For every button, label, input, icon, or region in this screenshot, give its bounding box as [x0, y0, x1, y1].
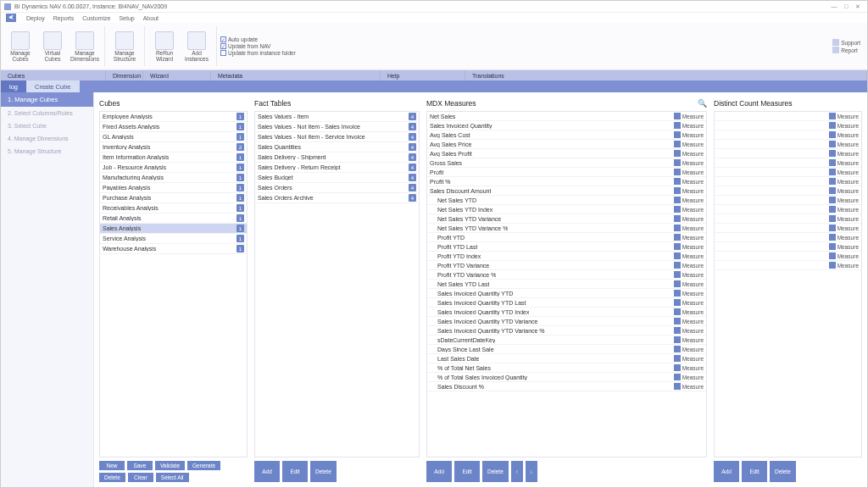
- list-item[interactable]: Sales Delivery - Shipment4: [255, 152, 419, 163]
- list-item[interactable]: Measure: [715, 224, 861, 233]
- action-button[interactable]: Edit: [282, 461, 308, 482]
- action-button[interactable]: New: [99, 461, 125, 470]
- sidebar-item[interactable]: 2. Select Columns/Roles: [1, 107, 93, 119]
- action-button[interactable]: Delete: [310, 461, 337, 482]
- action-button[interactable]: ↑: [511, 461, 523, 482]
- sidebar-item[interactable]: 3. Select Cube: [1, 119, 93, 132]
- crumb-create[interactable]: Create Cube: [26, 80, 80, 92]
- list-item[interactable]: Avg Sales ProfitMeasure: [427, 149, 706, 158]
- ribbon-rerun-wizard[interactable]: ReRun Wizard: [150, 31, 179, 62]
- action-button[interactable]: ↓: [526, 461, 537, 482]
- ribbon-report[interactable]: Report: [832, 47, 860, 53]
- list-item[interactable]: Sales Discount %Measure: [427, 382, 706, 391]
- list-item[interactable]: Avg Sales CostMeasure: [427, 130, 706, 140]
- action-button[interactable]: Select All: [156, 473, 189, 482]
- list-item[interactable]: Measure: [715, 121, 861, 130]
- sidebar-item[interactable]: 4. Manage Dimensions: [1, 132, 93, 145]
- list-item[interactable]: Measure: [715, 177, 861, 186]
- list-item[interactable]: Retail Analysis1: [100, 214, 247, 224]
- list-item[interactable]: Measure: [715, 112, 861, 121]
- list-item[interactable]: Sales Invoiced Quantity YTD VarianceMeas…: [427, 317, 706, 326]
- list-item[interactable]: Measure: [715, 168, 861, 177]
- list-item[interactable]: Last Sales DateMeasure: [427, 354, 706, 363]
- action-button[interactable]: Edit: [742, 461, 767, 482]
- menu-about[interactable]: About: [143, 15, 159, 21]
- list-fact[interactable]: Sales Values - Item4Sales Values - Not I…: [254, 111, 420, 458]
- list-item[interactable]: Inventory Analysis2: [100, 142, 247, 152]
- list-item[interactable]: % of Total Net SalesMeasure: [427, 363, 706, 373]
- menu-customize[interactable]: Customize: [82, 15, 110, 21]
- list-item[interactable]: Profit YTD Variance %Measure: [427, 270, 706, 280]
- search-icon[interactable]: 🔍: [698, 99, 707, 108]
- close-button[interactable]: ✕: [852, 3, 864, 10]
- list-item[interactable]: Net Sales YTDMeasure: [427, 196, 706, 205]
- minimize-button[interactable]: —: [828, 3, 840, 9]
- ribbon-manage-cubes[interactable]: Manage Cubes: [6, 31, 35, 62]
- list-item[interactable]: Fixed Assets Analysis1: [100, 122, 247, 132]
- list-item[interactable]: Employee Analysis1: [100, 112, 247, 122]
- list-item[interactable]: Item Information Analysis1: [100, 152, 247, 163]
- list-item[interactable]: Sales Invoiced Quantity YTD IndexMeasure: [427, 308, 706, 317]
- list-item[interactable]: Measure: [715, 158, 861, 168]
- list-item[interactable]: Measure: [715, 196, 861, 205]
- list-item[interactable]: Sales Quantities4: [255, 142, 419, 152]
- list-item[interactable]: ProfitMeasure: [427, 168, 706, 177]
- list-item[interactable]: Sales Invoiced Quantity YTD Variance %Me…: [427, 326, 706, 336]
- list-item[interactable]: GL Analysis1: [100, 132, 247, 142]
- list-item[interactable]: Measure: [715, 140, 861, 149]
- list-item[interactable]: Measure: [715, 214, 861, 224]
- action-button[interactable]: Delete: [99, 473, 125, 482]
- list-item[interactable]: Sales Invoiced QuantityMeasure: [427, 121, 706, 130]
- menu-reports[interactable]: Reports: [53, 15, 75, 21]
- list-item[interactable]: Sales Discount AmountMeasure: [427, 186, 706, 196]
- list-item[interactable]: Profit YTDMeasure: [427, 233, 706, 242]
- list-item[interactable]: Sales Delivery - Return Receipt4: [255, 163, 419, 173]
- crumb-log[interactable]: log: [1, 80, 26, 92]
- action-button[interactable]: Add: [714, 461, 739, 482]
- list-item[interactable]: sDateCurrentDateKeyMeasure: [427, 336, 706, 345]
- list-item[interactable]: Net SalesMeasure: [427, 112, 706, 121]
- list-item[interactable]: Measure: [715, 186, 861, 196]
- list-item[interactable]: Sales Orders4: [255, 183, 419, 193]
- list-item[interactable]: Manufacturing Analysis1: [100, 173, 247, 183]
- ribbon-add-instances[interactable]: Add Instances: [182, 31, 211, 62]
- list-item[interactable]: Sales Values - Not Item - Service Invoic…: [255, 132, 419, 142]
- list-item[interactable]: Avg Sales PriceMeasure: [427, 140, 706, 149]
- list-item[interactable]: Measure: [715, 130, 861, 140]
- list-cubes[interactable]: Employee Analysis1Fixed Assets Analysis1…: [99, 111, 248, 458]
- list-item[interactable]: Measure: [715, 233, 861, 242]
- action-button[interactable]: Add: [254, 461, 280, 482]
- list-item[interactable]: Days Since Last SaleMeasure: [427, 345, 706, 354]
- action-button[interactable]: Clear: [128, 473, 153, 482]
- action-button[interactable]: Save: [127, 461, 153, 470]
- sidebar-item[interactable]: 1. Manage Cubes: [1, 92, 93, 107]
- list-item[interactable]: Measure: [715, 205, 861, 214]
- list-item[interactable]: Sales Orders Archive4: [255, 193, 419, 203]
- list-mdx[interactable]: Net SalesMeasureSales Invoiced QuantityM…: [426, 111, 707, 458]
- list-item[interactable]: Job - Resource Analysis1: [100, 163, 247, 173]
- list-item[interactable]: Measure: [715, 252, 861, 261]
- list-item[interactable]: Net Sales YTD VarianceMeasure: [427, 214, 706, 224]
- action-button[interactable]: Validate: [155, 461, 185, 470]
- nav-back-chip[interactable]: ⮜: [6, 14, 16, 22]
- list-item[interactable]: Net Sales YTD LastMeasure: [427, 280, 706, 289]
- ribbon-manage-structure[interactable]: Manage Structure: [110, 31, 139, 62]
- list-item[interactable]: Measure: [715, 242, 861, 252]
- list-item[interactable]: Profit YTD VarianceMeasure: [427, 261, 706, 270]
- action-button[interactable]: Add: [426, 461, 452, 482]
- list-item[interactable]: % of Total Sales Invoiced QuantityMeasur…: [427, 373, 706, 382]
- list-item[interactable]: Receivables Analysis1: [100, 203, 247, 214]
- ribbon-support[interactable]: Support: [832, 39, 860, 46]
- list-item[interactable]: Sales Values - Item4: [255, 112, 419, 122]
- list-item[interactable]: Sales Invoiced Quantity YTDMeasure: [427, 289, 706, 298]
- action-button[interactable]: Delete: [770, 461, 796, 482]
- action-button[interactable]: Generate: [187, 461, 220, 470]
- sidebar-item[interactable]: 5. Manage Structure: [1, 145, 93, 158]
- ribbon-virtual-cubes[interactable]: Virtual Cubes: [38, 31, 67, 62]
- check-update-from-instance[interactable]: Update from instance folder: [220, 50, 296, 56]
- menu-setup[interactable]: Setup: [119, 15, 134, 21]
- list-item[interactable]: Net Sales YTD Variance %Measure: [427, 224, 706, 233]
- list-item[interactable]: Purchase Analysis1: [100, 193, 247, 203]
- menu-deploy[interactable]: Deploy: [26, 15, 45, 21]
- list-item[interactable]: Service Analysis1: [100, 234, 247, 244]
